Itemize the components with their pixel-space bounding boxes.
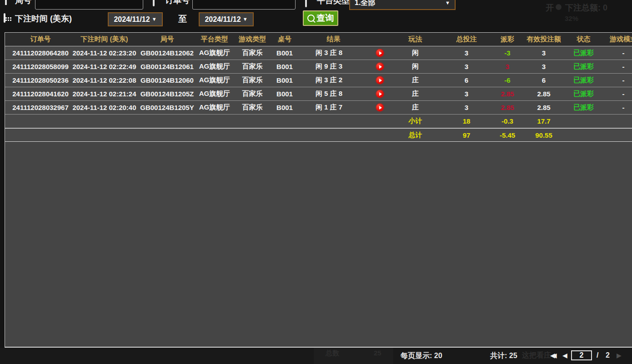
play-type: 闲 — [391, 49, 439, 57]
search-icon — [307, 15, 315, 22]
platform-type-icon — [305, 0, 307, 7]
total-bet: 3 — [439, 90, 494, 98]
platform-type-select[interactable]: 1.全部 ▼ — [349, 0, 456, 10]
ghost-count-value: 25 — [374, 349, 381, 357]
replay-play-icon[interactable] — [376, 90, 384, 98]
replay-play-icon[interactable] — [376, 104, 384, 111]
result-cell: 闲 1 庄 7 — [298, 103, 391, 112]
platform: AG旗舰厅 — [195, 103, 234, 112]
game-mode: - — [601, 90, 632, 98]
chevron-down-icon: ▼ — [243, 17, 248, 22]
grand-total-total-bet: 97 — [439, 131, 494, 139]
order-number: 241112028064280 — [5, 49, 70, 57]
result-text: 闲 3 庄 2 — [298, 76, 360, 85]
order-number-icon — [153, 0, 155, 6]
bet-time: 2024-11-12 02:21:24 — [70, 90, 139, 98]
col-header-round: 局号 — [139, 35, 195, 44]
first-page-button[interactable]: ◀◀ — [550, 352, 554, 359]
valid-bet: 6 — [521, 76, 567, 84]
order-number: 241112028032967 — [5, 104, 70, 111]
platform-type-value: 1.全部 — [355, 0, 375, 8]
status-badge: 已派彩 — [567, 76, 601, 85]
platform-type-label: 平台类型 — [317, 0, 350, 6]
col-header-status: 状态 — [567, 35, 601, 44]
ghost-banker-label: 这把看庄 — [522, 351, 551, 360]
date-range-to-label: 至 — [178, 13, 187, 25]
round-number-label: 局号 — [15, 0, 31, 6]
result-cell: 闲 3 庄 2 — [298, 76, 391, 85]
result-text: 闲 3 庄 8 — [298, 49, 360, 57]
chevron-down-icon: ▼ — [445, 0, 450, 5]
game-mode: - — [601, 76, 632, 84]
game-mode: - — [601, 63, 632, 70]
replay-play-icon[interactable] — [376, 76, 384, 84]
table-row: 241112028064280 2024-11-12 02:23:20 GB00… — [5, 46, 632, 60]
table-number: B001 — [271, 76, 298, 84]
table-number: B001 — [271, 90, 298, 98]
date-from-picker[interactable]: 2024/11/12 ▼ — [108, 12, 163, 26]
bet-records-table: 订单号 下注时间 (美东) 局号 平台类型 游戏类型 桌号 结果 玩法 总投注 … — [5, 32, 632, 348]
date-to-value: 2024/11/12 — [205, 15, 241, 24]
table-header-row: 订单号 下注时间 (美东) 局号 平台类型 游戏类型 桌号 结果 玩法 总投注 … — [5, 33, 632, 46]
ghost-bet-total: 下注总额: 0 — [565, 2, 607, 13]
payout: -3 — [494, 49, 521, 57]
next-page-button[interactable]: ▶ — [617, 352, 622, 359]
round-number: GB00124B12060 — [139, 76, 195, 84]
status-badge: 已派彩 — [567, 90, 601, 98]
game-type: 百家乐 — [234, 62, 271, 71]
table-row: 241112028041620 2024-11-12 02:21:24 GB00… — [5, 87, 632, 101]
payout: -6 — [494, 76, 521, 84]
valid-bet: 2.85 — [521, 104, 567, 111]
subtotal-row: 小计 18 -0.3 17.7 — [5, 115, 632, 128]
total-bet: 6 — [439, 76, 494, 84]
order-number-input[interactable] — [192, 0, 296, 10]
subtotal-label: 小计 — [391, 117, 439, 125]
page-number-input[interactable]: 2 — [571, 350, 592, 360]
payout: 2.85 — [494, 104, 521, 111]
page-total: 2 — [606, 351, 610, 359]
replay-play-icon[interactable] — [376, 49, 384, 57]
result-cell: 闲 9 庄 3 — [298, 62, 391, 71]
result-text: 闲 1 庄 7 — [298, 103, 360, 112]
col-header-gamemode: 游戏模式 — [601, 35, 632, 44]
table-row: 241112028058099 2024-11-12 02:22:49 GB00… — [5, 60, 632, 74]
ghost-open-label: 开 — [546, 2, 554, 13]
round-number-icon — [5, 0, 7, 5]
col-header-order: 订单号 — [5, 35, 70, 44]
result-text: 闲 5 庄 8 — [298, 90, 360, 98]
round-number: GB00124B1205Y — [139, 104, 195, 111]
date-to-picker[interactable]: 2024/11/12 ▼ — [199, 12, 254, 26]
game-mode: - — [601, 104, 632, 111]
replay-play-icon[interactable] — [376, 63, 384, 70]
subtotal-valid-bet: 17.7 — [521, 117, 567, 125]
bet-time: 2024-11-12 02:22:08 — [70, 76, 139, 84]
bet-time: 2024-11-12 02:20:40 — [70, 104, 139, 111]
order-number: 241112028041620 — [5, 90, 70, 98]
col-header-totalbet: 总投注 — [439, 35, 494, 44]
status-badge: 已派彩 — [567, 62, 601, 71]
game-type: 百家乐 — [234, 49, 271, 57]
platform: AG旗舰厅 — [195, 49, 234, 57]
col-header-time: 下注时间 (美东) — [70, 35, 139, 44]
game-mode: - — [601, 49, 632, 57]
search-button[interactable]: 查询 — [303, 10, 338, 26]
col-header-validbet: 有效投注额 — [521, 35, 567, 44]
result-cell: 闲 5 庄 8 — [298, 90, 391, 98]
col-header-payout: 派彩 — [494, 35, 521, 44]
bet-time: 2024-11-12 02:23:20 — [70, 49, 139, 57]
round-number: GB00124B12062 — [139, 49, 195, 57]
total-bet: 3 — [439, 104, 494, 111]
play-type: 闲 — [391, 62, 439, 71]
game-type: 百家乐 — [234, 90, 271, 98]
col-header-playtype: 玩法 — [391, 35, 439, 44]
table-row: 241112028050236 2024-11-12 02:22:08 GB00… — [5, 74, 632, 87]
ghost-dot-icon — [556, 4, 562, 10]
col-header-tableno: 桌号 — [271, 35, 298, 44]
table-number: B001 — [271, 63, 298, 70]
prev-page-button[interactable]: ◀ — [562, 352, 567, 359]
chevron-down-icon: ▼ — [152, 17, 157, 22]
ghost-count-label: 总数 — [326, 349, 339, 358]
bet-time-label: 下注时间 (美东) — [15, 13, 72, 24]
play-type: 庄 — [391, 76, 439, 85]
round-number-input[interactable] — [35, 0, 143, 10]
